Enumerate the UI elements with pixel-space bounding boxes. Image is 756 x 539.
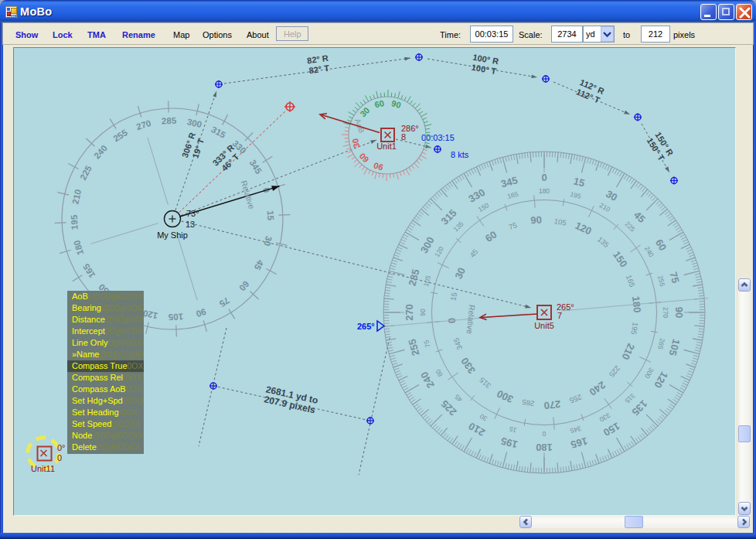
svg-text:180: 180 (536, 442, 553, 453)
svg-text:210: 210 (70, 189, 83, 205)
svg-text:30: 30 (350, 138, 362, 149)
svg-text:0: 0 (541, 172, 547, 183)
svg-text:270: 270 (662, 307, 669, 318)
svg-text:90: 90 (530, 213, 543, 226)
svg-text:Relative: Relative (465, 305, 477, 335)
svg-text:90: 90 (419, 309, 427, 316)
svg-text:150: 150 (611, 249, 630, 269)
svg-text:225: 225 (623, 220, 636, 233)
svg-text:15: 15 (508, 425, 517, 435)
svg-text:165: 165 (506, 190, 519, 200)
svg-text:60: 60 (373, 98, 385, 110)
svg-text:265°: 265° (357, 322, 375, 331)
svg-text:345: 345 (569, 425, 582, 435)
svg-text:120: 120 (574, 220, 594, 237)
svg-text:255: 255 (406, 338, 421, 357)
svg-text:285: 285 (162, 116, 177, 126)
svg-text:180: 180 (72, 239, 85, 256)
svg-text:90: 90 (673, 307, 685, 318)
svg-text:90: 90 (195, 307, 207, 319)
svg-text:7: 7 (557, 311, 562, 320)
svg-text:120: 120 (433, 245, 445, 259)
svg-text:210: 210 (598, 201, 612, 213)
svg-text:105: 105 (422, 275, 432, 288)
svg-text:330: 330 (598, 411, 612, 424)
svg-text:330: 330 (458, 356, 478, 376)
svg-text:180: 180 (539, 187, 550, 195)
svg-text:15: 15 (572, 175, 586, 189)
svg-text:285: 285 (656, 337, 666, 350)
svg-text:73°: 73° (186, 209, 199, 218)
svg-text:165: 165 (570, 435, 589, 451)
svg-text:60: 60 (434, 368, 444, 378)
svg-text:165: 165 (81, 261, 97, 279)
svg-text:8 kts: 8 kts (451, 150, 469, 159)
svg-text:300: 300 (186, 117, 203, 129)
svg-text:315: 315 (623, 391, 636, 404)
svg-text:90: 90 (373, 161, 384, 172)
svg-text:Unit11: Unit11 (31, 464, 55, 473)
svg-text:60: 60 (237, 279, 251, 293)
svg-text:165: 165 (625, 274, 637, 288)
svg-text:60: 60 (653, 237, 669, 253)
svg-text:315: 315 (478, 376, 492, 391)
svg-text:135: 135 (451, 220, 465, 233)
svg-text:255: 255 (656, 275, 666, 288)
svg-text:315: 315 (209, 125, 227, 140)
svg-text:135: 135 (596, 235, 611, 250)
svg-text:345: 345 (248, 158, 264, 176)
svg-text:Unit5: Unit5 (534, 321, 554, 330)
svg-text:195: 195 (70, 214, 80, 230)
svg-text:45: 45 (253, 258, 266, 271)
svg-text:My Ship: My Ship (157, 230, 188, 240)
svg-text:300: 300 (495, 387, 515, 405)
svg-text:15: 15 (266, 210, 275, 221)
svg-text:30: 30 (262, 235, 274, 247)
svg-text:240: 240 (643, 245, 656, 259)
svg-text:30: 30 (452, 266, 468, 281)
svg-text:0: 0 (57, 453, 62, 462)
svg-text:105: 105 (168, 312, 183, 322)
svg-text:195: 195 (499, 435, 519, 451)
svg-text:285: 285 (522, 397, 536, 408)
svg-text:225: 225 (608, 364, 622, 379)
svg-text:30: 30 (604, 188, 619, 203)
svg-text:60: 60 (483, 228, 499, 244)
svg-text:0: 0 (542, 430, 546, 438)
svg-text:240: 240 (587, 379, 608, 398)
svg-text:270: 270 (404, 304, 415, 321)
svg-text:105: 105 (667, 338, 683, 357)
svg-text:0°: 0° (57, 443, 66, 452)
svg-text:105: 105 (553, 217, 567, 227)
svg-text:270: 270 (135, 118, 152, 131)
svg-text:195: 195 (629, 322, 640, 336)
svg-text:15: 15 (448, 292, 458, 301)
svg-text:45: 45 (632, 209, 648, 225)
svg-text:120: 120 (142, 309, 158, 321)
svg-text:75: 75 (667, 271, 681, 285)
svg-text:345: 345 (451, 336, 464, 351)
svg-text:Relative: Relative (240, 179, 257, 210)
svg-text:82° T: 82° T (308, 63, 330, 76)
svg-text:285: 285 (406, 268, 421, 287)
svg-text:210: 210 (619, 342, 637, 362)
svg-text:300: 300 (643, 367, 656, 380)
svg-text:8: 8 (401, 132, 406, 142)
svg-text:13: 13 (186, 220, 195, 229)
svg-text:255: 255 (568, 393, 583, 405)
svg-text:45: 45 (453, 393, 464, 404)
svg-text:345: 345 (499, 174, 519, 189)
svg-text:150: 150 (477, 201, 491, 213)
svg-text:45: 45 (468, 247, 479, 259)
svg-text:75: 75 (507, 220, 518, 231)
svg-text:90: 90 (390, 98, 402, 110)
svg-text:75: 75 (217, 295, 231, 309)
svg-text:225: 225 (78, 164, 94, 182)
svg-text:270: 270 (543, 398, 561, 411)
svg-text:75: 75 (422, 339, 431, 349)
svg-text:Unit1: Unit1 (376, 142, 397, 151)
svg-text:255: 255 (111, 128, 129, 144)
svg-text:195: 195 (569, 190, 582, 200)
svg-text:30: 30 (478, 412, 489, 423)
